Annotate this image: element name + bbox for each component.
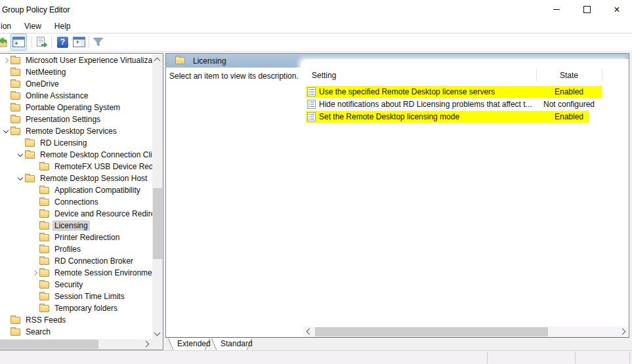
chevron-right-icon <box>620 329 626 335</box>
scroll-thumb[interactable] <box>315 327 548 336</box>
tree-item-label: Presentation Settings <box>24 114 102 125</box>
tree-item[interactable]: Session Time Limits <box>0 291 152 302</box>
scroll-right-button[interactable] <box>142 339 152 350</box>
show-action-pane-button[interactable] <box>73 35 85 49</box>
chevron-right-icon[interactable] <box>1 54 11 66</box>
setting-name: Hide notifications about RD Licensing pr… <box>319 100 532 109</box>
menu-action[interactable]: ion <box>0 22 18 31</box>
folder-icon <box>39 293 49 300</box>
expander-spacer <box>1 102 11 113</box>
setting-name: Set the Remote Desktop licensing mode <box>319 112 459 121</box>
tree-item-label: RemoteFX USB Device Redire <box>53 161 152 172</box>
folder-icon <box>39 187 49 194</box>
setting-row[interactable]: Use the specified Remote Desktop license… <box>306 85 602 98</box>
column-separator[interactable] <box>602 69 602 81</box>
scroll-thumb[interactable] <box>153 188 162 259</box>
setting-name: Use the specified Remote Desktop license… <box>319 87 495 96</box>
scroll-left-button[interactable] <box>303 327 314 337</box>
folder-icon <box>39 222 49 230</box>
tree-item-label: OneDrive <box>24 79 61 89</box>
tree-horizontal-scrollbar[interactable] <box>0 339 152 350</box>
setting-state: Enabled <box>536 87 602 96</box>
folder-icon <box>39 211 49 218</box>
tree-item[interactable]: Connections <box>0 196 152 208</box>
chevron-down-icon[interactable] <box>16 172 25 184</box>
show-console-tree-icon <box>12 37 25 47</box>
tree-item[interactable]: Remote Desktop Connection Cli <box>0 149 152 161</box>
folder-icon <box>25 140 35 147</box>
tree-item[interactable]: Presentation Settings <box>0 113 152 125</box>
maximize-button[interactable] <box>572 0 602 19</box>
tree-item[interactable]: Online Assistance <box>0 90 152 102</box>
tree-item[interactable]: Security <box>0 279 152 291</box>
scroll-right-button[interactable] <box>618 327 629 337</box>
expander-spacer <box>30 184 39 196</box>
tree-item[interactable]: RD Connection Broker <box>0 255 152 267</box>
folder-icon <box>39 246 49 253</box>
column-header-setting[interactable]: Setting <box>312 71 336 80</box>
tree-item[interactable]: Search <box>0 326 152 338</box>
folder-icon <box>39 270 49 277</box>
close-button[interactable]: × <box>602 0 632 19</box>
question-mark-icon: ? <box>60 37 65 47</box>
chevron-down-icon <box>154 330 161 336</box>
setting-row[interactable]: Hide notifications about RD Licensing pr… <box>306 98 602 110</box>
menu-help[interactable]: Help <box>48 22 77 31</box>
show-console-tree-button[interactable] <box>11 33 27 51</box>
tree-item-label: NetMeeting <box>24 67 68 77</box>
folder-icon <box>11 57 20 64</box>
expander-spacer <box>1 314 11 326</box>
filter-button[interactable] <box>93 35 104 49</box>
tab-standard-label: Standard <box>211 338 252 350</box>
tree-vertical-scrollbar[interactable] <box>152 54 163 339</box>
tree-item[interactable]: Temporary folders <box>0 302 152 314</box>
chevron-down-icon[interactable] <box>1 125 11 137</box>
chevron-right-icon[interactable] <box>30 267 39 279</box>
tree-item[interactable]: RSS Feeds <box>0 314 152 326</box>
tab-extended[interactable]: Extended <box>168 338 210 351</box>
expander-spacer <box>1 66 11 78</box>
export-list-button[interactable] <box>35 35 48 49</box>
tab-standard[interactable]: Standard <box>211 338 252 351</box>
status-divider <box>487 352 488 363</box>
tree-item[interactable]: RemoteFX USB Device Redire <box>0 161 152 172</box>
tree-item-label: Microsoft User Experience Virtualizat <box>24 55 152 66</box>
tree-items: Microsoft User Experience VirtualizatNet… <box>0 54 152 339</box>
chevron-down-icon[interactable] <box>16 149 25 161</box>
tree-item-label: Security <box>53 279 85 290</box>
minimize-button[interactable] <box>541 0 572 19</box>
tree-item[interactable]: OneDrive <box>0 78 152 90</box>
tree-item[interactable]: Remote Desktop Session Host <box>0 172 152 184</box>
tree-item[interactable]: Licensing <box>0 220 152 232</box>
scroll-down-button[interactable] <box>152 329 163 339</box>
tree-item[interactable]: NetMeeting <box>0 66 152 78</box>
tree-item[interactable]: Printer Redirection <box>0 232 152 243</box>
scroll-thumb[interactable] <box>0 340 98 349</box>
tree-item[interactable]: Remote Desktop Services <box>0 125 152 137</box>
scroll-up-button[interactable] <box>152 54 163 65</box>
minimize-icon <box>553 9 560 10</box>
filter-icon <box>93 37 104 47</box>
close-icon: × <box>614 5 620 15</box>
help-button[interactable]: ? <box>57 37 68 48</box>
column-separator[interactable] <box>536 69 537 81</box>
tree-item[interactable]: RD Licensing <box>0 137 152 149</box>
tree-item[interactable]: Application Compatibility <box>0 184 152 196</box>
column-header-state[interactable]: State <box>536 71 602 80</box>
tree-item[interactable]: Portable Operating System <box>0 102 152 113</box>
toolbar-separator <box>89 36 89 48</box>
tree-item[interactable]: Profiles <box>0 243 152 255</box>
tree-item[interactable]: Microsoft User Experience Virtualizat <box>0 54 152 66</box>
folder-icon <box>11 81 20 88</box>
tree-item[interactable]: Remote Session Environment <box>0 267 152 279</box>
folder-icon <box>175 57 185 64</box>
title-bar[interactable]: Group Policy Editor × <box>0 0 632 19</box>
results-header-title: Licensing <box>193 56 226 66</box>
expander-spacer <box>1 90 11 102</box>
policy-setting-icon <box>307 100 316 109</box>
list-horizontal-scrollbar[interactable] <box>303 327 629 337</box>
console-window-icon[interactable] <box>0 35 9 49</box>
menu-view[interactable]: View <box>18 22 48 31</box>
tree-item[interactable]: Device and Resource Redirect <box>0 208 152 220</box>
setting-row[interactable]: Set the Remote Desktop licensing modeEna… <box>306 110 602 123</box>
